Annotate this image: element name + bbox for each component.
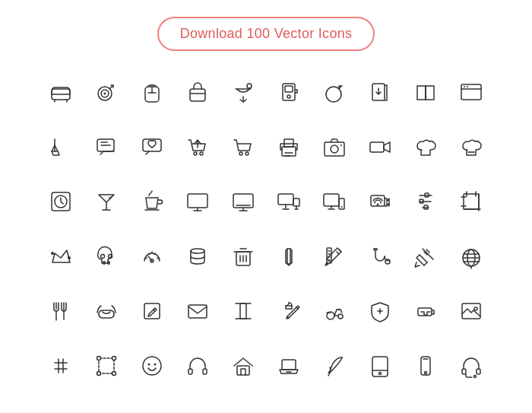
tractor-icon <box>312 284 357 338</box>
camera-icon <box>312 119 357 174</box>
monitor3-icon <box>266 174 312 229</box>
svg-point-3 <box>104 93 106 95</box>
headset-icon <box>448 338 494 393</box>
svg-point-41 <box>51 252 54 255</box>
svg-rect-77 <box>477 369 480 374</box>
stethoscope-icon <box>357 229 403 284</box>
svg-rect-68 <box>188 369 192 374</box>
chef-hat-icon <box>403 119 448 174</box>
wifi-icon <box>357 174 403 229</box>
selection-icon <box>84 338 129 393</box>
svg-point-13 <box>464 86 465 87</box>
svg-rect-22 <box>284 139 293 147</box>
icons-grid <box>23 65 509 393</box>
crop-icon <box>448 174 494 229</box>
pen-icon <box>266 284 312 338</box>
svg-rect-54 <box>240 303 246 319</box>
svg-point-64 <box>112 372 116 376</box>
globe-icon <box>448 229 494 284</box>
svg-rect-60 <box>99 358 114 373</box>
coffee-cup-icon <box>129 174 175 229</box>
svg-rect-40 <box>464 194 479 209</box>
book-download-icon <box>357 65 403 119</box>
svg-rect-76 <box>462 369 466 374</box>
svg-rect-70 <box>237 366 249 375</box>
svg-point-67 <box>154 364 157 366</box>
coffee-machine-icon <box>266 65 312 119</box>
devices-icon <box>312 174 357 229</box>
svg-point-56 <box>338 314 343 319</box>
video-camera-icon <box>357 119 403 174</box>
speedometer-icon <box>129 229 175 284</box>
tablet-icon <box>357 338 403 393</box>
filter-icon <box>403 174 448 229</box>
svg-point-44 <box>109 255 112 259</box>
home-icon <box>220 338 266 393</box>
svg-rect-31 <box>278 194 293 205</box>
svg-rect-8 <box>285 86 293 92</box>
svg-point-61 <box>97 357 101 361</box>
headphones-icon <box>175 338 220 393</box>
syringe-icon <box>403 229 448 284</box>
svg-point-65 <box>143 357 161 375</box>
backpack-icon <box>129 65 175 119</box>
svg-point-17 <box>194 152 197 155</box>
pencil-ruler-icon <box>312 229 357 284</box>
laptop-icon <box>266 338 312 393</box>
svg-point-59 <box>474 307 477 310</box>
quill-icon <box>312 338 357 393</box>
svg-point-63 <box>97 372 101 376</box>
header: Download 100 Vector Icons <box>157 17 375 51</box>
target-icon <box>84 65 129 119</box>
svg-point-18 <box>200 152 203 155</box>
svg-rect-53 <box>188 305 207 318</box>
printer-icon <box>266 119 312 174</box>
svg-rect-69 <box>203 369 207 374</box>
svg-rect-23 <box>325 142 344 156</box>
svg-rect-32 <box>293 199 299 206</box>
svg-point-78 <box>474 376 477 378</box>
svg-rect-26 <box>370 142 384 152</box>
download-button[interactable]: Download 100 Vector Icons <box>157 17 375 51</box>
svg-point-19 <box>239 152 242 155</box>
monitor-icon <box>175 174 220 229</box>
svg-point-25 <box>340 145 342 146</box>
svg-point-62 <box>112 357 116 361</box>
svg-point-73 <box>379 373 382 375</box>
image-icon <box>448 284 494 338</box>
cart-up-icon <box>175 119 220 174</box>
svg-rect-29 <box>188 194 207 208</box>
skull-icon <box>84 229 129 284</box>
open-book-icon <box>403 65 448 119</box>
svg-point-20 <box>245 152 249 155</box>
svg-point-43 <box>101 255 105 259</box>
svg-rect-33 <box>324 194 339 206</box>
battery-icon <box>403 284 448 338</box>
database-icon <box>175 229 220 284</box>
phone-icon <box>403 338 448 393</box>
pillar-icon <box>220 284 266 338</box>
bomb-icon <box>312 65 357 119</box>
svg-point-6 <box>247 84 252 88</box>
trash-icon <box>220 229 266 284</box>
svg-point-46 <box>191 249 204 253</box>
cocktail-icon <box>84 174 129 229</box>
chat-icon <box>84 119 129 174</box>
browser-icon <box>448 65 494 119</box>
svg-rect-21 <box>282 147 296 156</box>
svg-rect-72 <box>372 357 388 376</box>
heart-chat-icon <box>129 119 175 174</box>
hotdog-icon <box>84 284 129 338</box>
smiley-icon <box>129 338 175 393</box>
crown-icon <box>38 229 84 284</box>
bag-icon <box>175 65 220 119</box>
edit-icon <box>129 284 175 338</box>
fork-icon <box>38 284 84 338</box>
clock-icon <box>38 174 84 229</box>
svg-point-9 <box>287 95 290 98</box>
svg-point-14 <box>467 86 468 87</box>
armchair-icon <box>38 65 84 119</box>
svg-point-24 <box>331 145 338 153</box>
monitor2-icon <box>220 174 266 229</box>
pencils-icon <box>266 229 312 284</box>
